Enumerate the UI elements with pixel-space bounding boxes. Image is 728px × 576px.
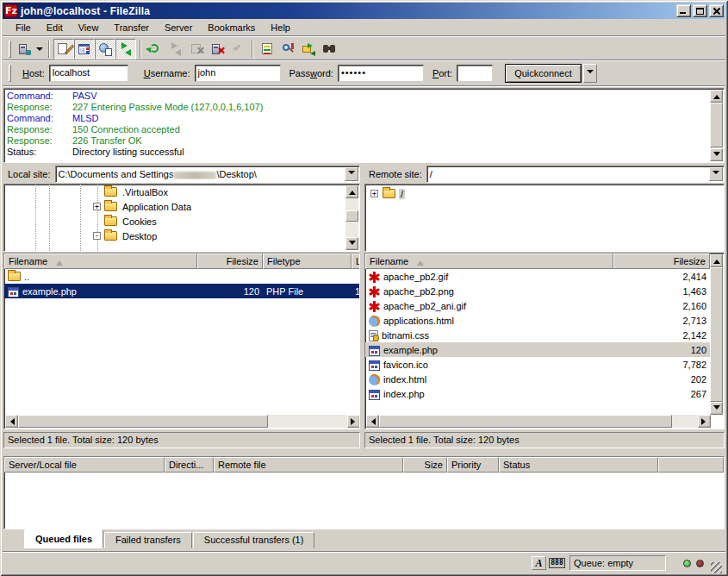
remote-site-dropdown[interactable] — [709, 167, 723, 181]
tree-item-desktop[interactable]: - Desktop — [4, 229, 359, 243]
menu-bookmarks[interactable]: Bookmarks — [200, 21, 263, 34]
local-file-row-selected[interactable]: example.php 120 PHP File 1 — [4, 284, 359, 298]
scroll-left-button[interactable] — [5, 415, 18, 428]
port-input[interactable] — [457, 65, 493, 82]
scroll-down-button[interactable] — [345, 237, 358, 250]
column-header-status[interactable]: Status — [499, 457, 658, 473]
remote-vertical-scrollbar[interactable] — [710, 254, 723, 415]
tab-failed-transfers[interactable]: Failed transfers — [104, 532, 192, 548]
maximize-button[interactable] — [693, 4, 707, 17]
scroll-right-button[interactable] — [347, 415, 360, 428]
toggle-transfer-queue-button[interactable] — [115, 39, 136, 59]
scrollbar-track[interactable] — [672, 415, 698, 428]
refresh-button[interactable] — [145, 39, 165, 59]
remote-file-row[interactable]: index.html202 — [365, 372, 710, 386]
toolbar-gripper[interactable] — [9, 41, 11, 58]
local-horizontal-scrollbar[interactable] — [5, 415, 360, 428]
remote-file-list[interactable]: Filename Filesize apache_pb2.gif2,414 ap… — [364, 253, 725, 429]
host-input[interactable]: localhost — [49, 65, 128, 82]
quickconnect-gripper[interactable] — [9, 65, 11, 82]
minimize-button[interactable] — [676, 4, 691, 17]
local-directory-tree[interactable]: .VirtualBox + Application Data Cookies -… — [3, 184, 360, 252]
tree-item-cookies[interactable]: Cookies — [4, 214, 359, 229]
scrollbar-thumb[interactable] — [18, 415, 268, 428]
local-site-dropdown[interactable] — [345, 167, 358, 181]
column-header-direction[interactable]: Directi... — [165, 457, 214, 473]
scrollbar-track[interactable] — [268, 415, 347, 428]
toggle-message-log-button[interactable] — [53, 39, 74, 59]
local-tree-vertical-scrollbar[interactable] — [345, 185, 358, 250]
menu-edit[interactable]: Edit — [39, 21, 71, 34]
quickconnect-dropdown[interactable] — [583, 64, 597, 83]
remote-directory-tree[interactable]: + / — [364, 184, 725, 252]
scrollbar-track[interactable] — [345, 222, 358, 237]
title-bar[interactable]: Fz john@localhost - FileZilla — [3, 3, 725, 19]
column-header-filename[interactable]: Filename — [365, 254, 613, 269]
tree-collapse-icon[interactable]: - — [93, 232, 101, 240]
remote-site-combobox[interactable]: / — [426, 166, 725, 183]
transfer-queue[interactable]: Server/Local file Directi... Remote file… — [3, 456, 725, 529]
tree-expand-icon[interactable]: + — [93, 203, 101, 210]
ascii-data-type-icon[interactable]: A — [532, 556, 546, 570]
local-file-row-parent[interactable]: .. — [4, 269, 359, 284]
quickconnect-button[interactable]: Quickconnect — [505, 64, 582, 83]
remote-file-row[interactable]: index.php267 — [365, 386, 710, 401]
remote-horizontal-scrollbar[interactable] — [366, 415, 711, 428]
local-site-combobox[interactable]: C:\Documents and Settings\Desktop\ — [55, 166, 360, 183]
scroll-left-button[interactable] — [366, 415, 379, 428]
log-vertical-scrollbar[interactable] — [710, 90, 723, 161]
menu-server[interactable]: Server — [157, 21, 200, 34]
scroll-up-button[interactable] — [345, 185, 358, 198]
tree-expand-icon[interactable]: + — [370, 190, 378, 197]
menu-help[interactable]: Help — [263, 21, 298, 34]
remote-file-row[interactable]: bitnami.css2,142 — [365, 328, 710, 342]
column-header-server-local-file[interactable]: Server/Local file — [4, 457, 165, 473]
menu-transfer[interactable]: Transfer — [106, 21, 157, 34]
remote-file-row[interactable]: favicon.ico7,782 — [365, 357, 710, 372]
local-file-list[interactable]: Filename Filesize Filetype L .. example.… — [3, 253, 360, 429]
remote-file-row-selected[interactable]: example.php120 — [365, 342, 710, 357]
filezilla-app-icon[interactable]: Fz — [4, 4, 17, 17]
username-input[interactable]: john — [195, 65, 281, 82]
speed-limits-icon[interactable]: 888 — [549, 558, 565, 568]
remote-file-row[interactable]: apache_pb2.png1,463 — [365, 284, 710, 298]
column-header-filesize[interactable]: Filesize — [197, 254, 263, 269]
scrollbar-thumb[interactable] — [710, 267, 723, 402]
column-header-filesize[interactable]: Filesize — [613, 254, 710, 269]
message-log[interactable]: Command:PASV Response:227 Entering Passi… — [3, 88, 725, 163]
tree-item-root[interactable]: + / — [365, 186, 724, 201]
scrollbar-track[interactable] — [345, 198, 358, 210]
column-header-filename[interactable]: Filename — [4, 254, 197, 269]
remote-file-row[interactable]: apache_pb2.gif2,414 — [365, 269, 710, 284]
close-button[interactable] — [709, 4, 724, 17]
find-files-button[interactable] — [319, 39, 339, 59]
column-header-remote-file[interactable]: Remote file — [214, 457, 403, 473]
scroll-up-button[interactable] — [710, 90, 723, 103]
tab-successful-transfers[interactable]: Successful transfers (1) — [193, 532, 315, 548]
tree-item-virtualbox[interactable]: .VirtualBox — [4, 185, 359, 199]
disconnect-button[interactable] — [207, 39, 227, 59]
column-header-last-modified[interactable]: L — [352, 254, 360, 269]
remote-file-row[interactable]: applications.html2,713 — [365, 313, 710, 328]
toggle-remote-tree-button[interactable] — [95, 39, 115, 59]
menu-file[interactable]: File — [8, 21, 39, 34]
scroll-up-button[interactable] — [710, 254, 723, 267]
tab-queued-files[interactable]: Queued files — [24, 529, 103, 548]
column-header-priority[interactable]: Priority — [447, 457, 499, 473]
column-header-filetype[interactable]: Filetype — [263, 254, 352, 269]
remote-file-row[interactable]: apache_pb2_ani.gif2,160 — [365, 298, 710, 313]
tree-item-application-data[interactable]: + Application Data — [4, 199, 359, 214]
scroll-down-button[interactable] — [710, 148, 723, 161]
scrollbar-thumb[interactable] — [379, 415, 672, 428]
scroll-down-button[interactable] — [710, 402, 723, 415]
menu-view[interactable]: View — [71, 21, 107, 34]
scrollbar-thumb[interactable] — [345, 210, 358, 222]
password-input[interactable]: •••••• — [338, 65, 424, 82]
synchronized-browsing-button[interactable] — [298, 39, 319, 59]
directory-comparison-button[interactable] — [277, 39, 298, 59]
filename-filters-button[interactable] — [257, 39, 277, 59]
toggle-local-tree-button[interactable] — [74, 39, 95, 59]
resize-grip[interactable] — [711, 562, 722, 573]
site-manager-button[interactable] — [14, 39, 34, 59]
scrollbar-thumb[interactable] — [710, 103, 723, 147]
